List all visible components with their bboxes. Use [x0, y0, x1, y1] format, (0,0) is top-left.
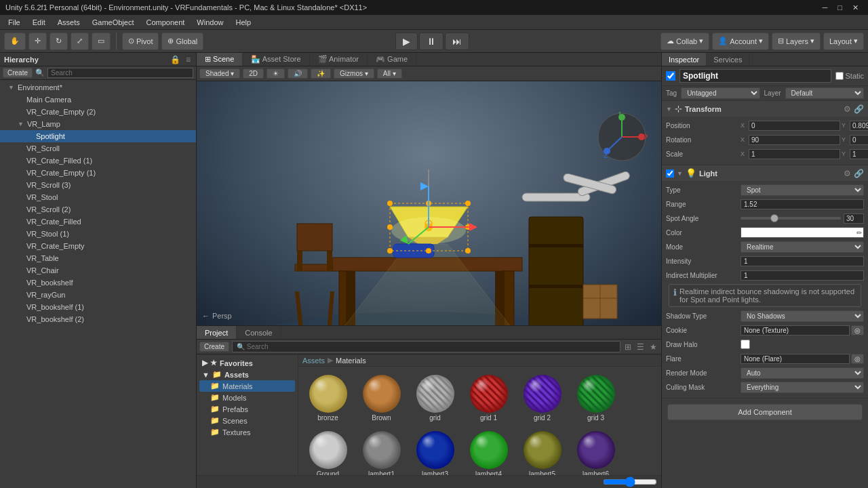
- hierarchy-create-btn[interactable]: Create: [3, 68, 33, 78]
- hierarchy-item[interactable]: VR_Crate_Filled: [0, 216, 196, 228]
- hierarchy-item[interactable]: VR_bookshelf (2): [0, 313, 196, 325]
- cookie-pick-btn[interactable]: ◎: [851, 325, 864, 336]
- asset-material-item[interactable]: Ground: [302, 427, 353, 475]
- hierarchy-lock-icon[interactable]: 🔒: [169, 55, 182, 64]
- pos-y-input[interactable]: [850, 121, 868, 131]
- minimize-btn[interactable]: ─: [822, 3, 827, 12]
- folder-textures[interactable]: 📁 Textures: [199, 426, 295, 438]
- hierarchy-item[interactable]: VR_Stool (1): [0, 228, 196, 240]
- rot-x-input[interactable]: [749, 135, 840, 145]
- project-create-btn[interactable]: Create: [199, 342, 229, 352]
- move-tool-btn[interactable]: ✛: [28, 33, 47, 50]
- hierarchy-item[interactable]: VR_bookshelf: [0, 277, 196, 289]
- view-2d-btn[interactable]: 2D: [243, 68, 264, 79]
- tab-game[interactable]: 🎮 Game: [368, 53, 416, 66]
- hierarchy-item[interactable]: ▼Environment*: [0, 81, 196, 94]
- render-mode-dropdown[interactable]: AutoImportantNot Important: [741, 367, 864, 379]
- favorites-header[interactable]: ▶ ★ Favorites: [199, 357, 295, 369]
- tab-scene[interactable]: ⊞ Scene: [197, 53, 243, 66]
- project-search-input[interactable]: [232, 341, 620, 352]
- hierarchy-item[interactable]: VR_bookshelf (1): [0, 301, 196, 313]
- folder-scenes[interactable]: 📁 Scenes: [199, 415, 295, 426]
- flare-pick-btn[interactable]: ◎: [851, 354, 864, 364]
- tab-console[interactable]: Console: [237, 326, 281, 339]
- maximize-btn[interactable]: □: [837, 3, 842, 12]
- tab-project[interactable]: Project: [197, 326, 237, 339]
- tab-inspector[interactable]: Inspector: [662, 53, 707, 66]
- collab-btn[interactable]: ☁ Collab ▾: [660, 33, 709, 50]
- spot-angle-slider[interactable]: [741, 217, 841, 220]
- rect-tool-btn[interactable]: ▭: [92, 33, 111, 50]
- tab-services[interactable]: Services: [707, 53, 749, 66]
- transform-link-icon[interactable]: 🔗: [854, 104, 864, 114]
- hand-tool-btn[interactable]: ✋: [4, 33, 26, 50]
- audio-btn[interactable]: 🔊: [288, 68, 308, 79]
- rot-y-input[interactable]: [850, 135, 868, 145]
- hierarchy-item[interactable]: Main Camera: [0, 94, 196, 106]
- menu-window[interactable]: Window: [191, 17, 229, 28]
- path-materials[interactable]: Materials: [336, 357, 366, 365]
- folder-prefabs[interactable]: 📁 Prefabs: [199, 403, 295, 415]
- tag-dropdown[interactable]: Untagged: [681, 87, 760, 99]
- pause-btn[interactable]: ⏸: [419, 33, 443, 50]
- draw-halo-checkbox[interactable]: [741, 340, 750, 349]
- transform-settings-icon[interactable]: ⚙: [844, 104, 851, 114]
- asset-material-item[interactable]: lambert4: [463, 427, 514, 475]
- spot-angle-value[interactable]: [844, 214, 864, 224]
- color-eye-dropper[interactable]: ✏: [856, 229, 862, 237]
- scene-viewport[interactable]: ←← PerspPersp: [197, 81, 661, 325]
- static-checkbox[interactable]: [835, 72, 844, 80]
- transform-header[interactable]: ▼ ⊹ Transform ⚙ 🔗: [662, 101, 868, 117]
- hierarchy-item[interactable]: VR_Scroll: [0, 142, 196, 155]
- close-btn[interactable]: ✕: [852, 3, 859, 12]
- asset-material-item[interactable]: lambert6: [570, 427, 621, 475]
- asset-material-item[interactable]: lambert5: [517, 427, 568, 475]
- intensity-input[interactable]: [741, 256, 864, 266]
- light-enabled-checkbox[interactable]: [666, 169, 674, 178]
- fx-btn[interactable]: ✨: [311, 68, 331, 79]
- pivot-btn[interactable]: ⊙ Pivot: [122, 33, 159, 50]
- light-header[interactable]: ▼ 💡 Light ⚙ 🔗: [662, 165, 868, 181]
- asset-material-item[interactable]: grid 1: [463, 371, 514, 424]
- rotate-tool-btn[interactable]: ↻: [50, 33, 68, 50]
- path-assets[interactable]: Assets: [302, 357, 325, 365]
- hierarchy-item[interactable]: VR_Scroll (3): [0, 179, 196, 191]
- hierarchy-item[interactable]: VR_rayGun: [0, 289, 196, 301]
- folder-models[interactable]: 📁 Models: [199, 392, 295, 403]
- hierarchy-item[interactable]: VR_Crate_Empty: [0, 240, 196, 252]
- object-name-field[interactable]: [679, 69, 831, 83]
- hierarchy-menu-icon[interactable]: ≡: [184, 55, 192, 64]
- hierarchy-item[interactable]: ▼VR_Lamp: [0, 118, 196, 130]
- hierarchy-item[interactable]: VR_Chair: [0, 264, 196, 277]
- asset-material-item[interactable]: lambert1: [356, 427, 407, 475]
- menu-gameobject[interactable]: GameObject: [87, 17, 140, 28]
- lighting-btn[interactable]: ☀: [267, 68, 285, 79]
- color-picker[interactable]: ✏: [741, 227, 864, 238]
- global-btn[interactable]: ⊕ Global: [161, 33, 203, 50]
- project-list-btn[interactable]: ☰: [635, 342, 646, 352]
- folder-materials[interactable]: 📁 Materials: [199, 380, 295, 392]
- mode-dropdown[interactable]: RealtimeBakedMixed: [741, 241, 864, 253]
- light-settings-icon[interactable]: ⚙: [844, 169, 851, 178]
- zoom-slider[interactable]: [603, 477, 657, 487]
- hierarchy-item[interactable]: VR_Crate_Empty (1): [0, 167, 196, 179]
- project-icons-btn[interactable]: ⊞: [623, 342, 633, 352]
- layers-btn[interactable]: ⊟ Layers ▾: [772, 33, 821, 50]
- asset-material-item[interactable]: lambert3: [410, 427, 460, 475]
- hierarchy-item[interactable]: VR_Scroll (2): [0, 203, 196, 216]
- add-component-btn[interactable]: Add Component: [667, 404, 863, 420]
- menu-file[interactable]: File: [3, 17, 26, 28]
- shadow-type-dropdown[interactable]: No ShadowsHardSoft: [741, 310, 864, 322]
- scale-x-input[interactable]: [749, 149, 840, 159]
- project-star-btn[interactable]: ★: [648, 342, 658, 352]
- tab-asset-store[interactable]: 🏪 Asset Store: [243, 53, 309, 66]
- culling-mask-dropdown[interactable]: EverythingNothing: [741, 382, 864, 393]
- menu-component[interactable]: Component: [140, 17, 190, 28]
- gizmos-btn[interactable]: Gizmos ▾: [334, 68, 374, 79]
- object-active-checkbox[interactable]: [666, 71, 675, 81]
- hierarchy-search-input[interactable]: [47, 68, 193, 78]
- menu-assets[interactable]: Assets: [52, 17, 85, 28]
- play-btn[interactable]: ▶: [395, 33, 418, 50]
- shading-mode-btn[interactable]: Shaded ▾: [199, 68, 240, 79]
- menu-help[interactable]: Help: [230, 17, 256, 28]
